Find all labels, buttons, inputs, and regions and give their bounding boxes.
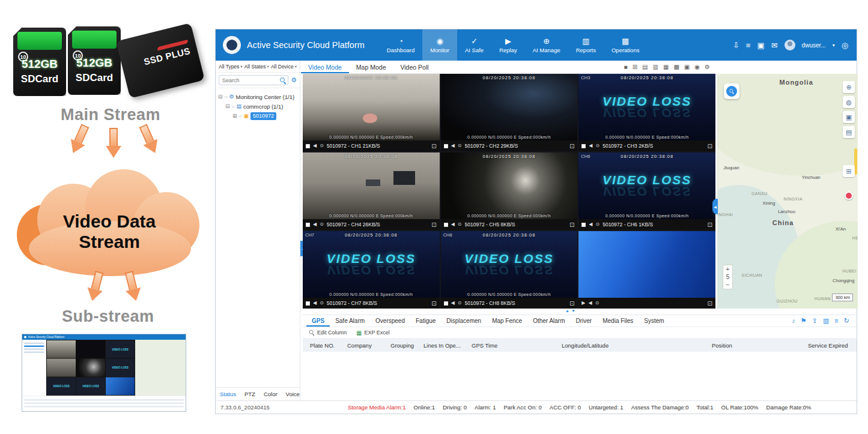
- list-icon[interactable]: ≡: [834, 317, 838, 325]
- selected-device[interactable]: 5010972: [250, 112, 276, 120]
- tab-gps[interactable]: GPS: [306, 315, 330, 327]
- filter-types[interactable]: All Types▾: [219, 64, 243, 70]
- select-checkbox[interactable]: [444, 223, 448, 227]
- expand-icon[interactable]: ⊞: [232, 113, 237, 119]
- layout-6-icon[interactable]: ▤: [642, 64, 648, 70]
- map-grid-icon[interactable]: ⊞: [843, 165, 855, 177]
- filter-device[interactable]: All Device▾: [271, 64, 297, 70]
- search-input[interactable]: [219, 75, 288, 85]
- fullscreen-icon[interactable]: ⊡: [708, 222, 712, 228]
- select-checkbox[interactable]: [306, 301, 310, 306]
- fullscreen-icon[interactable]: ⊡: [569, 143, 574, 149]
- download-icon[interactable]: ⇩: [733, 41, 739, 49]
- tab-color[interactable]: Color: [259, 391, 282, 397]
- tab-video-mode[interactable]: Video Mode: [301, 61, 349, 73]
- camera-icon[interactable]: ⊙: [320, 143, 324, 148]
- col-longitude-latitude[interactable]: Longitude/Latitude: [562, 342, 712, 349]
- speaker-icon[interactable]: ◀: [589, 222, 592, 227]
- select-checkbox[interactable]: [581, 223, 586, 227]
- collapse-icon[interactable]: ⊟: [225, 103, 230, 109]
- layers-icon[interactable]: ▤: [843, 126, 855, 138]
- video-cell-ch5[interactable]: 08/20/2025 20:38:08 0.000000 N/0.000000 …: [441, 152, 578, 230]
- speaker-icon[interactable]: ◀: [589, 143, 592, 148]
- fullscreen-icon[interactable]: ⊡: [431, 222, 436, 228]
- layout-16-icon[interactable]: ▩: [673, 64, 679, 70]
- user-name[interactable]: dwuser...: [802, 42, 826, 49]
- settings-icon[interactable]: ⚙: [705, 64, 710, 70]
- tree-node-device[interactable]: ⊞ ○ ▣ 5010972: [218, 111, 297, 121]
- fullscreen-icon[interactable]: ⊡: [431, 143, 436, 149]
- speaker-icon[interactable]: ◀: [588, 301, 592, 306]
- nav-dashboard[interactable]: ◔Dashboard: [379, 29, 422, 61]
- camera-icon[interactable]: ⊙: [458, 301, 462, 306]
- map-collapse-handle[interactable]: ◀: [712, 199, 718, 214]
- camera-icon[interactable]: ⊙: [595, 301, 599, 306]
- mute-alarm-icon[interactable]: ♪: [792, 317, 795, 325]
- tab-driver[interactable]: Driver: [571, 315, 598, 327]
- columns-icon[interactable]: ▥: [823, 317, 829, 325]
- camera-icon[interactable]: ⊙: [320, 222, 324, 227]
- tab-status[interactable]: Status: [216, 391, 240, 397]
- video-cell-ch2[interactable]: 08/20/2025 20:38:08 0.000000 N/0.000000 …: [441, 74, 578, 151]
- speaker-icon[interactable]: ◀: [451, 222, 455, 227]
- camera-icon[interactable]: ⊙: [595, 143, 599, 148]
- camera-icon[interactable]: ⊙: [595, 222, 599, 227]
- tree-node-monitoring-center[interactable]: ⊟ ○ ⚙ Monitoring Center (1/1): [218, 92, 297, 101]
- tab-overspeed[interactable]: Overspeed: [370, 315, 410, 327]
- tab-other-alarm[interactable]: Other Alarm: [527, 315, 570, 327]
- nav-reports[interactable]: ▥Reports: [568, 29, 604, 61]
- video-cell-ch6[interactable]: CH6 08/20/2025 20:38:08 VIDEO LOSSVIDEO …: [578, 152, 715, 230]
- col-plate-no[interactable]: Plate NO.: [310, 342, 347, 349]
- layout-custom-icon[interactable]: ▣: [684, 64, 690, 70]
- tab-map-mode[interactable]: Map Mode: [349, 61, 393, 73]
- menu-icon[interactable]: ≡: [746, 41, 751, 49]
- map-panel[interactable]: Mongolia China Jiuquan Yinchuan Xining L…: [717, 74, 858, 309]
- tab-system[interactable]: System: [639, 315, 669, 327]
- camera-icon[interactable]: ⊙: [320, 301, 324, 306]
- nav-operations[interactable]: ▦Operations: [604, 29, 647, 61]
- tab-video-poll[interactable]: Video Poll: [393, 61, 436, 73]
- select-checkbox[interactable]: [306, 144, 310, 148]
- collapse-icon[interactable]: ⊟: [218, 94, 223, 100]
- exp-excel-button[interactable]: ▦EXP Excel: [356, 330, 390, 336]
- tab-fatigue[interactable]: Fatigue: [410, 315, 441, 327]
- layout-9-icon[interactable]: ▦: [663, 64, 669, 70]
- col-company[interactable]: Company: [347, 342, 390, 349]
- tab-voice[interactable]: Voice: [282, 391, 304, 397]
- col-lines[interactable]: Lines In Ope...: [423, 342, 472, 349]
- fullscreen-icon[interactable]: ⊡: [708, 300, 712, 307]
- tab-safe-alarm[interactable]: Safe Alarm: [330, 315, 370, 327]
- fullscreen-icon[interactable]: ⊡: [569, 222, 574, 228]
- col-gps-time[interactable]: GPS Time: [472, 342, 562, 349]
- radio-icon[interactable]: ○: [232, 104, 235, 109]
- map-search-button[interactable]: [724, 83, 739, 99]
- layout-8-icon[interactable]: ▥: [652, 64, 658, 70]
- vehicle-marker[interactable]: [845, 191, 853, 200]
- mail-icon[interactable]: ✉: [771, 41, 778, 49]
- camera-icon[interactable]: ⊙: [458, 143, 462, 148]
- select-checkbox[interactable]: [444, 301, 448, 306]
- nav-replay[interactable]: ▶Replay: [491, 29, 525, 61]
- tab-ptz[interactable]: PTZ: [240, 391, 259, 397]
- video-cell-ch4[interactable]: 08/20/2025 20:38:08 0.000000 N/0.000000 …: [303, 152, 440, 230]
- radio-icon[interactable]: ○: [225, 94, 228, 100]
- radio-icon[interactable]: ○: [239, 113, 242, 119]
- refresh-icon[interactable]: ↻: [844, 317, 849, 325]
- nav-ai-safe[interactable]: ✓AI Safe: [457, 29, 491, 61]
- fullscreen-icon[interactable]: ⊡: [431, 300, 436, 307]
- select-checkbox[interactable]: [581, 144, 586, 148]
- speaker-icon[interactable]: ◀: [313, 143, 317, 148]
- select-checkbox[interactable]: [306, 223, 310, 227]
- tree-node-company[interactable]: ⊟ ○ ▤ commcrop (1/1): [218, 101, 297, 111]
- globe-icon[interactable]: ◍: [843, 96, 855, 108]
- zoom-out-button[interactable]: −: [726, 281, 730, 289]
- caret-down-icon[interactable]: ▾: [833, 43, 835, 48]
- nav-ai-manage[interactable]: ⊕AI Manage: [525, 29, 568, 61]
- zoom-in-button[interactable]: +: [726, 265, 730, 273]
- tab-media-files[interactable]: Media Files: [597, 315, 639, 327]
- fullscreen-icon[interactable]: ⊡: [708, 143, 712, 149]
- apps-icon[interactable]: ▣: [757, 41, 764, 49]
- col-grouping[interactable]: Grouping: [390, 342, 423, 349]
- zoom-control[interactable]: + 5 −: [723, 265, 733, 289]
- tab-map-fence[interactable]: Map Fence: [487, 315, 527, 327]
